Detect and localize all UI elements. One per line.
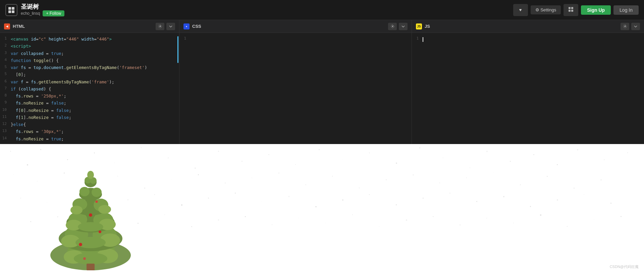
- html-icon: ◀: [4, 23, 10, 29]
- snowflake: [218, 219, 219, 220]
- follow-button[interactable]: + Follow: [43, 10, 64, 16]
- snowflake: [288, 196, 289, 197]
- settings-button[interactable]: ⚙ Settings: [531, 5, 561, 14]
- snowflake: [574, 188, 575, 189]
- html-collapse-btn[interactable]: [166, 23, 175, 30]
- snowflake: [567, 226, 568, 227]
- editor-area: ◀ HTML 1<canvas id="c" height="446" wi: [0, 20, 644, 144]
- snowflake: [295, 164, 296, 165]
- js-editor-content[interactable]: 1: [412, 33, 644, 144]
- snowflake: [449, 193, 450, 194]
- svg-rect-6: [569, 10, 571, 12]
- snowflake: [604, 159, 605, 160]
- code-line: 5var fs = top.document.getElementsByTagN…: [0, 64, 179, 71]
- svg-point-9: [392, 26, 393, 27]
- snowflake: [439, 183, 440, 183]
- svg-point-43: [99, 230, 101, 233]
- html-panel-title: HTML: [13, 24, 153, 29]
- html-settings-btn[interactable]: [156, 23, 164, 30]
- snowflake: [419, 147, 420, 148]
- snowflake: [299, 218, 299, 218]
- app-title: 圣诞树: [21, 3, 64, 11]
- js-panel-header: JS JS: [412, 20, 644, 33]
- code-line: 9 fs.noResize = false;: [0, 99, 179, 107]
- snowflake: [379, 226, 379, 226]
- snowflake: [171, 179, 171, 180]
- snowflake: [278, 173, 279, 174]
- canvas-preview: CSDN@代码狂魔: [0, 144, 644, 272]
- code-line: 7if (collapsed) {: [0, 85, 179, 92]
- css-icon: ✦: [183, 23, 190, 29]
- css-settings-btn[interactable]: [388, 23, 397, 30]
- snowflake: [245, 216, 246, 217]
- svg-point-8: [159, 26, 161, 27]
- snowflake: [262, 201, 262, 201]
- snowflake: [540, 214, 541, 216]
- snowflake: [627, 152, 628, 153]
- css-collapse-btn[interactable]: [399, 23, 408, 30]
- snowflake: [600, 179, 602, 181]
- css-panel: ✦ CSS 1: [179, 20, 412, 144]
- snowflake: [513, 223, 514, 223]
- snowflake: [443, 157, 443, 158]
- snowflake: [208, 198, 209, 199]
- svg-point-16: [74, 253, 107, 265]
- snowflake: [252, 178, 252, 178]
- snowflake: [486, 151, 488, 152]
- logo-icon: [5, 4, 17, 16]
- snowflake: [154, 194, 155, 195]
- snowflake: [433, 216, 434, 217]
- svg-rect-5: [571, 7, 573, 9]
- preview-area: CSDN@代码狂魔: [0, 144, 644, 272]
- heart-button[interactable]: ♥: [513, 4, 528, 16]
- snowflake: [181, 204, 182, 206]
- snowflake: [423, 198, 424, 199]
- login-button[interactable]: Log In: [613, 5, 639, 15]
- code-line: 11 f[1].noResize = false;: [0, 114, 179, 121]
- svg-point-32: [70, 206, 83, 214]
- snowflake: [141, 147, 142, 148]
- code-line: 8 fs.rows = '250px,*';: [0, 92, 179, 99]
- snowflake: [520, 184, 521, 185]
- grid-button[interactable]: [564, 4, 578, 16]
- svg-point-28: [78, 222, 103, 231]
- snowflake: [476, 201, 477, 202]
- js-collapse-btn[interactable]: [631, 23, 640, 30]
- snowflake: [268, 154, 269, 155]
- snowflake: [547, 176, 548, 177]
- code-line: 1<canvas id="c" height="446" width="446"…: [0, 36, 179, 43]
- code-line: 1: [179, 36, 412, 43]
- heart-icon: ♥: [519, 7, 522, 12]
- js-icon: JS: [416, 23, 422, 29]
- snowflake: [10, 151, 11, 152]
- snowflake: [386, 179, 387, 180]
- js-settings-btn[interactable]: [621, 23, 629, 30]
- snowflake: [195, 167, 196, 169]
- snowflake: [191, 226, 192, 227]
- code-line: 1: [412, 36, 644, 43]
- username: echo_linsq: [21, 11, 40, 16]
- snowflake: [369, 152, 370, 153]
- snowflake: [621, 216, 622, 217]
- svg-rect-7: [571, 10, 573, 12]
- html-panel-header: ◀ HTML: [0, 20, 179, 33]
- snowflake: [342, 159, 342, 159]
- snowflake: [584, 194, 584, 195]
- snowflake: [493, 173, 493, 173]
- snowflake: [396, 162, 397, 164]
- nav-right: ♥ ⚙ Settings Sign Up Log In: [513, 4, 639, 16]
- snowflake: [198, 174, 199, 175]
- snowflake: [225, 183, 226, 184]
- code-line: 13 fs.rows = '30px,*';: [0, 128, 179, 135]
- css-editor-content[interactable]: 1: [179, 33, 412, 144]
- snowflake: [272, 224, 272, 225]
- snowflake: [594, 219, 594, 220]
- svg-rect-1: [12, 7, 14, 10]
- grid-icon: [568, 7, 574, 13]
- snowflake: [319, 149, 320, 150]
- snowflake: [610, 203, 611, 204]
- signup-button[interactable]: Sign Up: [581, 5, 611, 15]
- snowflake: [40, 149, 41, 150]
- code-line: 2<script>: [0, 43, 179, 50]
- html-editor-content[interactable]: 1<canvas id="c" height="446" width="446"…: [0, 33, 179, 144]
